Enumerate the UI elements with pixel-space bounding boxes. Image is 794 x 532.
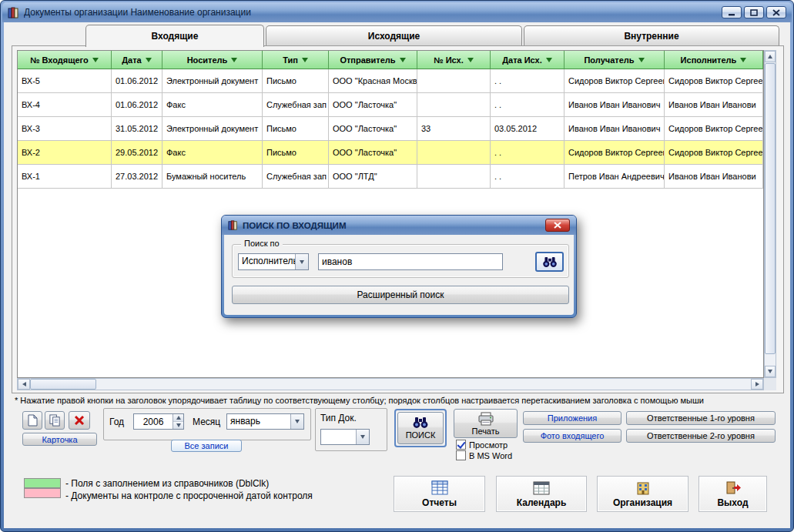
column-header-recipient[interactable]: Получатель xyxy=(565,51,665,69)
column-header-incoming-number[interactable]: № Входящего xyxy=(18,51,112,69)
close-button[interactable] xyxy=(766,6,786,18)
dropdown-arrow-icon[interactable] xyxy=(290,414,303,429)
scroll-down-button[interactable] xyxy=(765,366,776,377)
filter-dropdown-icon[interactable] xyxy=(92,58,99,62)
spinner-down-button[interactable] xyxy=(173,422,183,429)
column-header-type[interactable]: Тип xyxy=(263,51,329,69)
vertical-scrollbar[interactable] xyxy=(764,50,776,378)
column-header-date[interactable]: Дата xyxy=(112,51,162,69)
filter-dropdown-icon[interactable] xyxy=(302,58,308,62)
filter-dropdown-icon[interactable] xyxy=(740,58,746,62)
attachments-button[interactable]: Приложения xyxy=(523,411,621,425)
tab-internal[interactable]: Внутренние xyxy=(524,25,779,45)
print-button[interactable]: Печать xyxy=(454,409,518,438)
dropdown-arrow-icon[interactable] xyxy=(356,430,369,444)
responsible-level2-label: Ответственные 2-го уровня xyxy=(647,431,755,440)
exit-button[interactable]: Выход xyxy=(699,476,767,512)
all-records-label: Все записи xyxy=(185,441,229,450)
responsible-level1-button[interactable]: Ответственные 1-го уровня xyxy=(626,411,776,425)
search-button[interactable]: ПОИСК xyxy=(397,412,444,444)
column-header-label: Отправитель xyxy=(340,55,395,65)
table-row[interactable]: ВХ-3 31.05.2012 Электронный документ Пис… xyxy=(18,117,763,141)
scroll-left-button[interactable] xyxy=(18,379,30,390)
photo-label: Фото входящего xyxy=(541,431,605,440)
all-records-button[interactable]: Все записи xyxy=(171,440,242,452)
photo-button[interactable]: Фото входящего xyxy=(523,429,621,443)
table-cell: Письмо xyxy=(263,141,329,165)
table-cell xyxy=(417,93,491,117)
tab-outgoing[interactable]: Исходящие xyxy=(266,25,522,45)
month-value: январь xyxy=(227,414,290,429)
report-icon xyxy=(431,480,448,495)
scroll-right-button[interactable] xyxy=(751,379,763,390)
dialog-search-button[interactable] xyxy=(535,252,564,272)
table-cell: ВХ-4 xyxy=(18,93,112,117)
column-header-outgoing-number[interactable]: № Исх. xyxy=(417,51,491,69)
delete-document-button[interactable] xyxy=(69,411,90,430)
calendar-button[interactable]: Календарь xyxy=(496,476,587,512)
table-cell: ООО "Ласточка" xyxy=(329,93,417,117)
table-cell: Иванов Иван Иванови xyxy=(665,93,763,117)
column-header-carrier[interactable]: Носитель xyxy=(162,51,263,69)
filter-dropdown-icon[interactable] xyxy=(400,58,406,62)
ms-word-checkbox[interactable]: В MS Word xyxy=(456,450,512,460)
year-spinner[interactable]: 2006 xyxy=(133,413,184,430)
minimize-button[interactable] xyxy=(722,6,742,18)
column-header-outgoing-date[interactable]: Дата Исх. xyxy=(491,51,565,69)
table-cell: Факс xyxy=(162,141,263,165)
copy-document-button[interactable] xyxy=(45,411,65,430)
scrollbar-track[interactable] xyxy=(96,379,751,390)
column-header-sender[interactable]: Отправитель xyxy=(329,51,417,69)
table-row[interactable]: ВХ-4 01.06.2012 Факс Служебная зап ООО "… xyxy=(18,93,763,117)
search-field-select[interactable]: Исполнитель xyxy=(238,253,309,270)
table-hint-text: * Нажатие правой кнопки на заголовок упо… xyxy=(15,396,785,405)
filter-dropdown-icon[interactable] xyxy=(231,58,237,62)
table-cell: 29.05.2012 xyxy=(112,141,162,165)
organization-button[interactable]: Организация xyxy=(597,476,688,512)
preview-checkbox[interactable]: Просмотр xyxy=(456,440,508,450)
printer-icon xyxy=(477,412,494,426)
extended-search-button[interactable]: Расширенный поиск xyxy=(232,286,569,304)
reports-button[interactable]: Отчеты xyxy=(394,476,485,512)
search-query-input[interactable] xyxy=(318,253,503,270)
horizontal-scrollbar-thumb[interactable] xyxy=(30,379,96,390)
window-title: Документы организации Наименование орган… xyxy=(24,7,715,18)
table-cell: Электронный документ xyxy=(162,69,263,93)
dialog-close-button[interactable] xyxy=(545,219,570,232)
search-by-label: Поиск по xyxy=(241,239,283,248)
table-row[interactable]: ВХ-1 27.03.2012 Бумажный носитель Служеб… xyxy=(18,165,763,189)
column-header-executor[interactable]: Исполнитель xyxy=(665,51,763,69)
filter-dropdown-icon[interactable] xyxy=(467,58,474,62)
reports-label: Отчеты xyxy=(422,497,457,508)
table-row-selected[interactable]: ВХ-2 29.05.2012 Факс Письмо ООО "Ласточк… xyxy=(18,141,763,165)
doc-type-select[interactable] xyxy=(320,429,370,445)
month-select[interactable]: январь xyxy=(226,413,304,430)
horizontal-scrollbar[interactable] xyxy=(17,378,764,390)
filter-dropdown-icon[interactable] xyxy=(146,58,152,62)
filter-dropdown-icon[interactable] xyxy=(638,58,645,62)
dropdown-arrow-icon[interactable] xyxy=(295,254,308,269)
filter-dropdown-icon[interactable] xyxy=(546,58,552,62)
binoculars-icon xyxy=(541,256,558,268)
card-button-label: Карточка xyxy=(42,435,77,444)
tab-incoming[interactable]: Входящие xyxy=(85,25,264,47)
column-header-label: Носитель xyxy=(187,55,228,65)
scroll-up-button[interactable] xyxy=(765,51,776,62)
new-document-button[interactable] xyxy=(22,411,42,430)
search-dialog-title: ПОИСК ПО ВХОДЯЩИМ xyxy=(243,221,541,230)
table-cell: Бумажный носитель xyxy=(162,165,263,189)
table-row[interactable]: ВХ-5 01.06.2012 Электронный документ Пис… xyxy=(18,69,763,93)
print-button-label: Печать xyxy=(471,427,499,436)
card-button[interactable]: Карточка xyxy=(22,433,97,446)
maximize-button[interactable] xyxy=(744,6,764,18)
table-cell: Сидоров Виктор Сергееви xyxy=(665,141,763,165)
table-cell: . . xyxy=(491,69,565,93)
scrollbar-corner xyxy=(764,378,776,390)
vertical-scrollbar-thumb[interactable] xyxy=(765,63,776,354)
responsible-level2-button[interactable]: Ответственные 2-го уровня xyxy=(626,429,776,443)
spinner-up-button[interactable] xyxy=(173,414,183,422)
table-cell: Сидоров Виктор Сергееви xyxy=(565,141,665,165)
binoculars-icon xyxy=(411,417,430,429)
legend-text-dictionaries: - Поля с заполнением из справочников (Db… xyxy=(65,478,269,489)
month-label: Месяц xyxy=(193,417,220,427)
